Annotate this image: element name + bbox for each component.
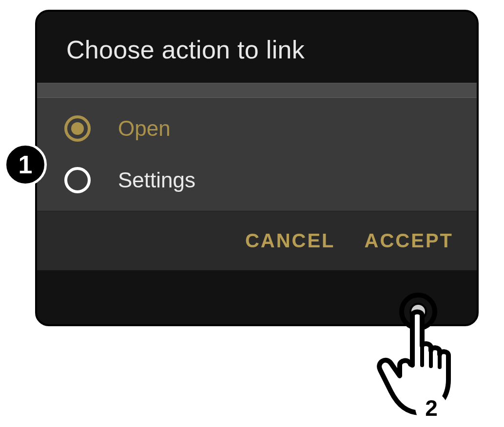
accept-button[interactable]: ACCEPT — [365, 230, 453, 252]
callout-badge-2: 2 — [415, 392, 447, 424]
dialog-choose-action: Choose action to link Open Settings CANC… — [35, 10, 479, 326]
dialog-title: Choose action to link — [66, 35, 447, 64]
option-open[interactable]: Open — [37, 103, 477, 154]
option-label-open: Open — [118, 116, 171, 141]
radio-unselected-icon — [64, 167, 91, 193]
dialog-body-strip — [37, 83, 477, 98]
dialog-footer: CANCEL ACCEPT — [37, 211, 477, 270]
radio-selected-icon — [64, 115, 91, 142]
option-label-settings: Settings — [118, 168, 195, 192]
option-settings[interactable]: Settings — [37, 154, 477, 206]
cancel-button[interactable]: CANCEL — [245, 230, 335, 252]
options-list: Open Settings — [37, 98, 477, 211]
callout-badge-1: 1 — [4, 143, 47, 186]
dialog-header: Choose action to link — [37, 12, 477, 83]
dialog-body: Open Settings — [37, 83, 477, 211]
